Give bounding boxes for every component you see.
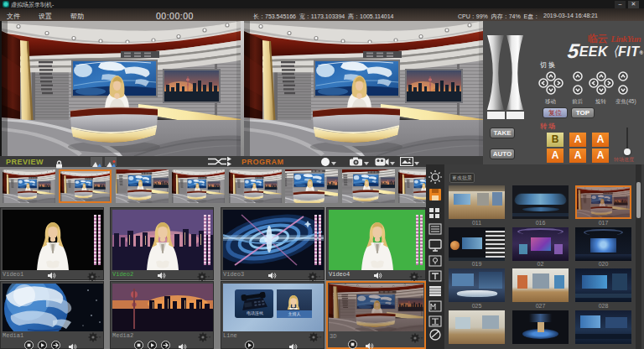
svg-text:前后: 前后 <box>572 98 584 105</box>
svg-text:移动: 移动 <box>545 98 556 105</box>
svg-text:变焦(45): 变焦(45) <box>615 98 636 105</box>
svg-text:旋转: 旋转 <box>595 98 607 105</box>
